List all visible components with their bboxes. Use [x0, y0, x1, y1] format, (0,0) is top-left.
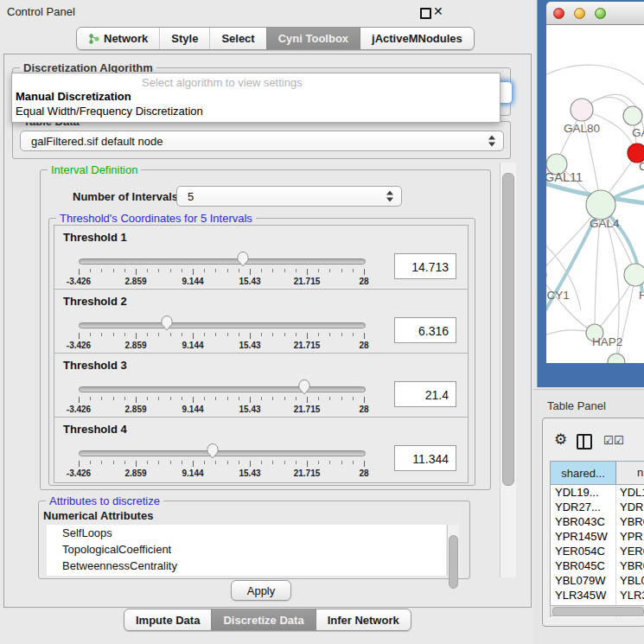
table-row[interactable]: YLR345WYLR3... — [551, 588, 644, 603]
node-label-gcy1: GCY1 — [546, 289, 570, 302]
threshold-value-field[interactable]: 11.344 — [394, 445, 456, 471]
table-horizontal-scrollbar[interactable] — [550, 605, 644, 616]
table-data-group: Table Data galFiltered.sif default node — [12, 121, 511, 159]
attribute-list-item[interactable]: BetweennessCentrality — [47, 558, 446, 574]
right-side: GAL80 GA C GAL11 GAL4 GCY1 H HAP2 Table … — [533, 0, 644, 644]
attribute-list-item[interactable]: SelfLoops — [47, 525, 446, 541]
scrollbar-thumb[interactable] — [552, 607, 644, 616]
tab-label: Style — [171, 32, 198, 45]
threshold-value-field[interactable]: 14.713 — [394, 253, 456, 279]
select-none-checkbox-icon[interactable]: ☑ — [614, 434, 623, 447]
cell-shared-name: YBL079W — [555, 573, 606, 588]
tab-impute-data[interactable]: Impute Data — [124, 609, 211, 630]
dropdown-option-equal-width[interactable]: Equal Width/Frequency Discretization — [16, 105, 203, 118]
slider-thumb[interactable] — [207, 443, 220, 459]
tab-select[interactable]: Select — [209, 28, 265, 49]
node-label-partial-c: C — [639, 160, 644, 173]
slider-ticks — [77, 397, 366, 404]
tab-network[interactable]: Network — [77, 28, 159, 49]
node-bottom-partial[interactable] — [608, 354, 625, 363]
node-label-hap2: HAP2 — [592, 335, 622, 348]
node-green-top[interactable] — [623, 106, 642, 125]
thresholds-group-title: Threshold's Coordinates for 5 Intervals — [56, 212, 256, 225]
node-gal80[interactable] — [571, 99, 593, 121]
table-row[interactable]: YBR045CYBR0... — [551, 558, 644, 573]
threshold-value-field[interactable]: 21.4 — [394, 381, 456, 407]
column-header-shared-name[interactable]: shared... — [551, 462, 616, 484]
column-header-name[interactable]: n — [637, 466, 643, 479]
threshold-slider[interactable]: -3.4262.8599.14415.4321.71528 — [77, 250, 366, 288]
cell-shared-name: YBR045C — [555, 558, 605, 573]
cell-shared-name: YBR043C — [555, 514, 605, 529]
threshold-slider[interactable]: -3.4262.8599.14415.4321.71528 — [77, 442, 366, 480]
cell-shared-name: YLR345W — [555, 588, 606, 603]
node-gal4[interactable] — [586, 190, 615, 220]
scrollbar-thumb[interactable] — [449, 535, 458, 589]
tab-label: Infer Network — [328, 614, 399, 627]
control-panel-titlebar: Control Panel ✕ — [0, 0, 533, 23]
table-row[interactable]: YPR145WYPR1... — [551, 529, 644, 544]
zoom-traffic-light-icon[interactable] — [595, 8, 606, 19]
slider-track[interactable] — [79, 322, 366, 328]
combo-arrows-icon — [488, 136, 495, 147]
slider-tick-labels: -3.4262.8599.14415.4321.71528 — [77, 469, 366, 479]
table-rows: YDL19...YDL1...YDR27...YDR2...YBR043CYBR… — [550, 485, 644, 617]
table-row[interactable]: YBR043CYBR0... — [551, 514, 644, 529]
close-icon[interactable]: ✕ — [433, 4, 443, 18]
control-panel: Control Panel ✕ NetworkStyleSelectCyni T… — [0, 0, 533, 644]
cell-name: YBL0... — [620, 573, 644, 588]
threshold-slider[interactable]: -3.4262.8599.14415.4321.71528 — [77, 314, 366, 352]
dropdown-option-manual-discretization[interactable]: Manual Discretization — [16, 90, 131, 103]
node-green-right[interactable] — [624, 264, 644, 286]
select-all-checkbox-icon[interactable]: ☑ — [603, 434, 613, 447]
float-window-icon[interactable] — [420, 8, 431, 19]
threshold-label: Threshold 2 — [63, 295, 127, 308]
table-row[interactable]: YBL079WYBL0... — [551, 573, 644, 588]
slider-track[interactable] — [79, 450, 366, 456]
slider-thumb[interactable] — [237, 251, 250, 267]
network-window-titlebar[interactable] — [546, 2, 644, 25]
cell-shared-name: YER054C — [555, 544, 605, 558]
minimize-traffic-light-icon[interactable] — [574, 8, 585, 19]
column-divider — [615, 485, 616, 617]
threshold-slider[interactable]: -3.4262.8599.14415.4321.71528 — [77, 378, 366, 416]
slider-track[interactable] — [79, 258, 366, 265]
slider-track[interactable] — [79, 386, 366, 392]
network-canvas[interactable]: GAL80 GA C GAL11 GAL4 GCY1 H HAP2 — [546, 25, 644, 363]
slider-thumb[interactable] — [297, 379, 310, 395]
numerical-attributes-list[interactable]: SelfLoopsTopologicalCoefficientBetweenne… — [47, 525, 446, 576]
slider-thumb[interactable] — [161, 315, 174, 331]
table-row[interactable]: YDR27...YDR2... — [551, 500, 644, 514]
table-panel-region: Table Panel ⚙ ☑ ☑ shared... n YDL19...YD… — [533, 389, 644, 644]
attribute-list-item[interactable]: TopologicalCoefficient — [47, 541, 446, 558]
top-tab-bar: NetworkStyleSelectCyni ToolboxjActiveMNo… — [76, 27, 475, 50]
number-of-intervals-combobox[interactable]: 5 — [176, 186, 402, 207]
scrollbar-thumb[interactable] — [502, 173, 514, 486]
bottom-tab-bar: Impute DataDiscretize DataInfer Network — [124, 609, 411, 631]
close-traffic-light-icon[interactable] — [553, 8, 564, 19]
table-row[interactable]: YER054CYER0... — [551, 544, 644, 558]
slider-tick-labels: -3.4262.8599.14415.4321.71528 — [77, 405, 366, 415]
threshold-label: Threshold 3 — [63, 359, 127, 372]
tab-style[interactable]: Style — [159, 28, 209, 49]
node-label-gal80: GAL80 — [564, 122, 600, 135]
table-panel-title: Table Panel — [547, 399, 606, 412]
tab-infer-network[interactable]: Infer Network — [316, 609, 411, 630]
tab-discretize-data[interactable]: Discretize Data — [211, 609, 315, 630]
tab-jactivemnodules[interactable]: jActiveMNodules — [360, 28, 474, 49]
tab-cyni-toolbox[interactable]: Cyni Toolbox — [266, 28, 360, 49]
apply-button[interactable]: Apply — [231, 580, 291, 601]
slider-ticks — [77, 461, 366, 468]
table-data-combobox[interactable]: galFiltered.sif default node — [20, 131, 504, 151]
table-row[interactable]: YDL19...YDL1... — [551, 485, 644, 500]
slider-tick-labels: -3.4262.8599.14415.4321.71528 — [77, 341, 366, 351]
attributes-list-scrollbar[interactable] — [447, 525, 459, 576]
threshold-panel: Threshold 4 -3.4262.8599.14415.4321.7152… — [54, 418, 468, 481]
settings-scrollbar[interactable] — [500, 163, 516, 577]
algorithm-dropdown-popup: Select algorithm to view settings Manual… — [11, 73, 501, 123]
split-columns-icon[interactable] — [577, 434, 592, 450]
threshold-value-field[interactable]: 6.316 — [394, 317, 456, 343]
slider-ticks — [77, 269, 366, 276]
gear-icon[interactable]: ⚙ — [554, 432, 567, 448]
numerical-attributes-label: Numerical Attributes — [43, 509, 153, 522]
